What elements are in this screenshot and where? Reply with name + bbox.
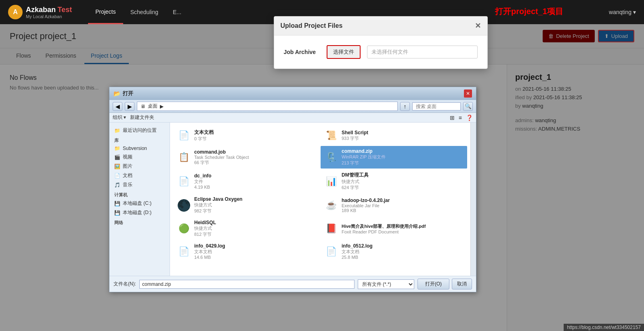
command-job-icon: 📋 <box>176 150 191 164</box>
fd-sidebar-recent[interactable]: 📁 最近访问的位置 <box>109 126 170 135</box>
fd-folder-icon: 📂 <box>113 90 120 97</box>
choose-file-button[interactable]: 选择文件 <box>327 45 361 59</box>
fd-title-bar: 📂 打开 ✕ <box>109 87 476 100</box>
file-item-command-zip[interactable]: 🗜️ command.zip WinRAR ZIP 压缩文件 213 字节 <box>321 146 467 169</box>
heidisql-icon: 🟢 <box>176 221 191 236</box>
subversion-icon: 📁 <box>114 146 120 151</box>
drive-d-icon: 💾 <box>114 210 120 216</box>
modal-close-button[interactable]: ✕ <box>475 21 481 30</box>
logo-text-area: Azkaban Test My Local Azkaban <box>26 6 72 19</box>
fd-close-button[interactable]: ✕ <box>464 90 472 98</box>
job-archive-row: Job Archive 选择文件 未选择任何文件 <box>284 45 478 59</box>
file-item-hadoop[interactable]: ☕ hadoop-lzo-0.4.20.jar Executable Jar F… <box>321 194 467 217</box>
fd-sidebar-drive-d[interactable]: 💾 本地磁盘 (D:) <box>109 208 170 217</box>
documents-icon: 📄 <box>114 173 120 179</box>
fd-filename-label: 文件名(N): <box>113 281 136 287</box>
fd-new-folder-button[interactable]: 新建文件夹 <box>130 114 154 121</box>
fd-footer: 文件名(N): 所有文件 (*.*) 打开(O) 取消 <box>109 276 476 292</box>
fd-help-button[interactable]: ❓ <box>466 114 473 121</box>
fd-forward-button[interactable]: ▶ <box>125 102 134 111</box>
command-zip-icon: 🗜️ <box>324 150 338 164</box>
logo-area: A Azkaban Test My Local Azkaban <box>8 5 72 19</box>
modal-body: Job Archive 选择文件 未选择任何文件 <box>274 35 487 69</box>
fd-sidebar-documents[interactable]: 📄 文档 <box>109 171 170 180</box>
fd-filetype-select[interactable]: 所有文件 (*.*) <box>358 279 414 289</box>
nav-links: Projects Scheduling E... <box>88 0 189 24</box>
nav-annotation: 打开project_1项目 <box>495 6 563 17</box>
fd-up-button[interactable]: ↑ <box>400 102 410 111</box>
file-item-heidisql[interactable]: 🟢 HeidiSQL 快捷方式 812 字节 <box>173 217 320 240</box>
job-archive-label: Job Archive <box>284 49 320 55</box>
modal-title: Upload Project Files <box>281 22 343 29</box>
fd-cancel-button[interactable]: 取消 <box>452 279 472 289</box>
fd-view-toggle-button[interactable]: ⊞ <box>450 114 455 121</box>
fd-back-button[interactable]: ◀ <box>113 102 122 111</box>
fd-open-button[interactable]: 打开(O) <box>417 279 449 289</box>
drive-c-icon: 💾 <box>114 201 120 206</box>
url-bar: https://blog.csdn.net/wt334502157 <box>564 324 644 331</box>
fd-scrollbar[interactable] <box>470 123 476 276</box>
fd-title-left: 📂 打开 <box>113 90 133 97</box>
fd-search-input[interactable] <box>412 102 461 110</box>
fd-view-list-button[interactable]: ≡ <box>459 114 462 121</box>
nav-extra[interactable]: E... <box>166 0 189 24</box>
fd-footer-buttons: 打开(O) 取消 <box>417 279 472 289</box>
file-name-display: 未选择任何文件 <box>367 46 478 58</box>
file-item-dm-tool[interactable]: 📊 DM管理工具 快捷方式 624 字节 <box>321 169 467 193</box>
fd-sidebar-network-section: 网络 <box>109 217 170 227</box>
fd-sidebar: 📁 最近访问的位置 库 📁 Subversion 🎬 视频 🖼️ 图片 📄 文档 <box>109 123 170 276</box>
file-item-hive-pdf[interactable]: 📕 Hive简介及hive部署、原理和使用介绍.pdf Foxit Reader… <box>321 217 467 240</box>
video-icon: 🎬 <box>114 154 120 160</box>
logo-icon: A <box>8 5 23 19</box>
fd-sidebar-subversion[interactable]: 📁 Subversion <box>109 144 170 152</box>
user-area[interactable]: wanqting ▾ <box>609 0 636 24</box>
upload-modal: Upload Project Files ✕ Job Archive 选择文件 … <box>274 16 488 69</box>
fd-organize-button[interactable]: 组织 ▾ <box>113 114 126 121</box>
file-item-shell-script[interactable]: 📜 Shell Script 933 字节 <box>321 126 467 145</box>
file-item-eclipse[interactable]: 🌑 Eclipse Java Oxygen 快捷方式 982 字节 <box>173 194 320 217</box>
fd-secondary-toolbar: 组织 ▾ 新建文件夹 ⊞ ≡ ❓ <box>109 113 476 123</box>
fd-toolbar: ◀ ▶ 🖥 桌面 ▶ ↑ 🔍 <box>109 100 476 113</box>
file-dialog: 📂 打开 ✕ ◀ ▶ 🖥 桌面 ▶ ↑ 🔍 组织 ▾ 新建文件夹 ⊞ ≡ ❓ 📁… <box>109 87 476 292</box>
fd-sidebar-library-section: 库 <box>109 135 170 144</box>
modal-header: Upload Project Files ✕ <box>274 17 487 35</box>
fd-sidebar-video[interactable]: 🎬 视频 <box>109 152 170 162</box>
nav-scheduling[interactable]: Scheduling <box>123 0 166 24</box>
hadoop-jar-icon: ☕ <box>324 198 338 212</box>
eclipse-icon: 🌑 <box>176 198 191 212</box>
pictures-icon: 🖼️ <box>114 164 120 169</box>
file-item-info-0512[interactable]: 📄 info_0512.log 文本文档 25.8 MB <box>321 241 467 262</box>
info-0429-icon: 📄 <box>176 244 191 259</box>
hive-pdf-icon: 📕 <box>324 221 338 236</box>
file-item-info-0429[interactable]: 📄 info_0429.log 文本文档 14.6 MB <box>173 241 320 262</box>
file-item-text-doc[interactable]: 📄 文本文档 0 字节 <box>173 126 320 145</box>
fd-sidebar-computer-section: 计算机 <box>109 189 170 199</box>
fd-address-text: 桌面 <box>148 103 157 110</box>
fd-search-button[interactable]: 🔍 <box>463 102 473 111</box>
fd-sidebar-music[interactable]: 🎵 音乐 <box>109 180 170 189</box>
shell-script-icon: 📜 <box>324 128 338 143</box>
file-item-command-job[interactable]: 📋 command.job Task Scheduler Task Object… <box>173 146 320 169</box>
fd-title-text: 打开 <box>123 90 133 97</box>
dm-tool-icon: 📊 <box>324 174 338 189</box>
recent-icon: 📁 <box>114 128 120 133</box>
fd-address-bar[interactable]: 🖥 桌面 ▶ <box>137 102 398 111</box>
dc-info-icon: 📄 <box>176 174 191 189</box>
info-0512-icon: 📄 <box>324 244 338 259</box>
fd-sidebar-drive-c[interactable]: 💾 本地磁盘 (C:) <box>109 199 170 208</box>
text-doc-icon: 📄 <box>176 128 191 143</box>
fd-address-icon: 🖥 <box>141 104 145 109</box>
fd-sidebar-pictures[interactable]: 🖼️ 图片 <box>109 162 170 171</box>
music-icon: 🎵 <box>114 182 120 188</box>
nav-projects[interactable]: Projects <box>88 0 123 24</box>
fd-file-list: 📄 文本文档 0 字节 📜 Shell Script 933 字节 📋 comm… <box>170 123 470 276</box>
fd-filename-input[interactable] <box>139 280 355 289</box>
file-item-dc-info[interactable]: 📄 dc_info 文件 4.19 KB <box>173 169 320 193</box>
fd-body: 📁 最近访问的位置 库 📁 Subversion 🎬 视频 🖼️ 图片 📄 文档 <box>109 123 476 276</box>
